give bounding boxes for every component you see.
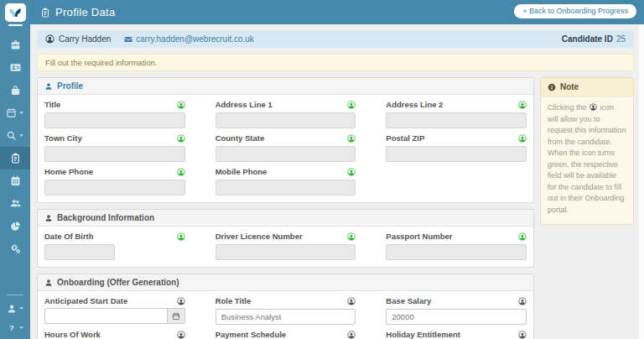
user-icon [44,214,53,222]
form-sections-column: ProfileTitleAddress Line 1Address Line 2… [37,77,534,339]
section-header-background-information: Background Information [38,210,533,227]
field-label: Driver Licence Number [216,232,303,241]
sidebar-item-address-card[interactable] [0,56,30,79]
sidebar-item-account[interactable] [0,299,30,318]
address-line-1-input[interactable] [216,112,356,128]
role-title-input[interactable] [216,309,356,325]
section-header-profile: Profile [38,78,533,95]
logo-underline [8,24,23,26]
base-salary-input[interactable] [386,309,527,325]
sidebar-item-briefcase[interactable] [0,34,30,56]
sidebar: ? [0,0,30,339]
app-logo[interactable] [0,0,30,32]
note-text-before: Clicking the [548,103,587,112]
address-line-2-input[interactable] [386,112,527,128]
note-column: Note Clicking the icon will allow you to… [540,77,634,225]
sidebar-divider [7,295,23,295]
request-user-circle-icon[interactable] [177,101,185,109]
user-circle-icon [45,34,55,44]
request-user-circle-icon[interactable] [177,331,185,339]
back-to-onboarding-button[interactable]: « Back to Onboarding Progress [514,4,636,18]
mobile-phone-input[interactable] [216,180,356,196]
candidate-id-value: 25 [616,34,626,44]
sidebar-item-pie-chart[interactable] [0,215,30,237]
request-user-circle-icon[interactable] [518,134,527,143]
search-icon [6,130,17,141]
anticipated-start-date-input[interactable] [44,308,168,324]
title-input[interactable] [44,112,185,128]
field-label: Postal ZIP [386,133,424,143]
section-onboarding-offer-generation: Onboarding (Offer Generation)Anticipated… [37,274,534,339]
request-user-circle-icon[interactable] [177,168,185,176]
sidebar-item-help[interactable]: ? [0,318,30,337]
request-user-circle-icon[interactable] [347,331,356,339]
county-state-input[interactable] [216,146,356,162]
request-user-circle-icon[interactable] [518,101,527,109]
field-address-line-2: Address Line 2 [386,100,527,128]
section-background-information: Background InformationDate Of BirthDrive… [37,209,534,268]
field-label: County State [216,133,265,143]
passport-number-input[interactable] [386,244,527,260]
field-label: Base Salary [386,296,431,305]
field-payment-schedule: Payment Schedule [216,330,356,339]
request-user-circle-icon[interactable] [518,232,527,241]
field-label: Address Line 1 [216,100,273,109]
page-title-text: Profile Data [55,6,116,18]
clipboard-icon [40,8,50,18]
address-card-icon [10,62,21,73]
cogs-icon [10,243,21,254]
candidate-email-link[interactable]: carry.hadden@webrecruit.co.uk [124,34,254,44]
caret-down-icon [18,110,24,116]
sidebar-item-search-menu[interactable] [0,124,30,147]
home-phone-input[interactable] [44,180,185,196]
field-mobile-phone: Mobile Phone [216,167,356,196]
sidebar-bottom: ? [0,295,30,337]
field-title: Title [44,100,185,128]
sidebar-item-calendar-menu[interactable] [0,102,30,124]
user-icon [7,304,17,314]
question-icon: ? [7,323,17,333]
postal-zip-input[interactable] [386,146,527,162]
sidebar-item-settings[interactable] [0,237,30,260]
field-label: Mobile Phone [216,167,267,176]
request-user-circle-icon[interactable] [347,101,356,109]
field-label: Title [44,100,60,109]
sidebar-item-users[interactable] [0,192,30,215]
field-passport-number: Passport Number [386,232,527,260]
section-title: Background Information [57,213,154,222]
svg-text:?: ? [9,323,14,332]
sidebar-item-bag[interactable] [0,79,30,102]
field-label: Home Phone [44,167,93,176]
candidate-id: Candidate ID25 [562,34,626,44]
field-label: Passport Number [386,232,452,241]
date-of-birth-input[interactable] [44,244,115,260]
section-title: Profile [57,81,83,91]
driver-licence-number-input[interactable] [216,244,356,260]
calendar-addon-button[interactable] [168,308,185,324]
field-town-city: Town City [44,133,185,162]
page-scrollbar[interactable] [639,24,644,339]
sidebar-item-profile-data[interactable] [0,147,30,170]
required-info-alert: Fill out the required information. [37,54,634,71]
request-user-circle-icon[interactable] [347,134,356,143]
bag-icon [10,85,21,96]
calendar-icon [6,107,17,118]
sidebar-item-calendar-grid[interactable] [0,170,30,192]
request-user-circle-icon[interactable] [177,134,185,143]
request-user-circle-icon[interactable] [347,168,356,176]
request-user-circle-icon[interactable] [177,297,185,305]
field-county-state: County State [216,133,356,162]
field-hours-of-work: Hours Of Work [44,330,185,339]
request-user-circle-icon[interactable] [518,331,527,339]
field-home-phone: Home Phone [44,167,185,196]
request-user-circle-icon[interactable] [347,297,356,305]
request-user-circle-icon[interactable] [518,297,527,305]
candidate-name-group: Carry Hadden [45,34,111,44]
town-city-input[interactable] [44,146,185,162]
sidebar-nav [0,34,30,260]
request-user-circle-icon[interactable] [347,232,356,241]
request-user-circle-icon[interactable] [177,232,185,241]
note-text-after: icon will allow you to request this info… [548,103,626,214]
candidate-info-bar: Carry Hadden carry.hadden@webrecruit.co.… [37,30,634,48]
field-driver-licence-number: Driver Licence Number [216,232,356,260]
